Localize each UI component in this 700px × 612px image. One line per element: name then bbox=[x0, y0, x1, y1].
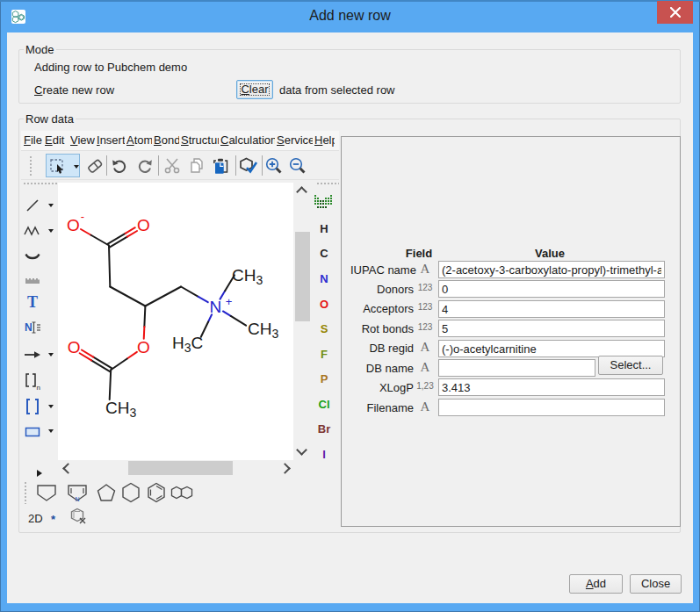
selection-dropdown-caret[interactable] bbox=[74, 165, 79, 169]
field-input-iupac-name[interactable] bbox=[438, 261, 665, 278]
clear-button-focus-rect bbox=[240, 83, 270, 96]
cyclopentadiene-template[interactable] bbox=[94, 480, 119, 505]
field-input-acceptors[interactable] bbox=[438, 300, 665, 318]
bracket-tool[interactable] bbox=[24, 398, 41, 415]
element-p[interactable]: P bbox=[311, 372, 337, 385]
toolbar-drag-handle[interactable] bbox=[29, 155, 32, 176]
rect-selection-button[interactable] bbox=[46, 154, 80, 177]
menu-bond[interactable]: Bond bbox=[154, 131, 179, 150]
text-tool[interactable]: T bbox=[24, 293, 41, 311]
copy-button[interactable] bbox=[185, 154, 208, 177]
horizontal-scrollbar-thumb[interactable] bbox=[128, 461, 233, 475]
atom-carbonyl-o-bottom[interactable]: O bbox=[68, 338, 81, 356]
menu-services[interactable]: Services bbox=[277, 131, 313, 150]
reaction-arrow-dropdown-caret[interactable] bbox=[48, 353, 54, 356]
type-icon-integer: 123 bbox=[415, 283, 435, 292]
clear-button[interactable]: Clear bbox=[236, 80, 273, 99]
value-column-header: Value bbox=[535, 247, 565, 260]
eraser-button[interactable] bbox=[83, 154, 106, 177]
close-button[interactable]: Close bbox=[630, 574, 682, 594]
atom-ester-o[interactable]: O bbox=[137, 338, 150, 356]
field-label-rot-bonds: Rot bonds bbox=[350, 322, 414, 335]
bracket-dropdown-caret[interactable] bbox=[48, 405, 54, 408]
paste-button[interactable] bbox=[210, 154, 233, 177]
rectangle-dropdown-caret[interactable] bbox=[48, 429, 54, 433]
undo-button[interactable] bbox=[108, 154, 131, 177]
vertical-scrollbar-thumb[interactable] bbox=[295, 232, 310, 321]
menu-edit[interactable]: Edit bbox=[45, 131, 69, 150]
create-new-row-label: Create new row bbox=[34, 83, 114, 97]
single-bond-tool[interactable] bbox=[24, 197, 41, 214]
cyclohexane-template[interactable] bbox=[119, 480, 143, 505]
element-br[interactable]: Br bbox=[311, 422, 337, 436]
left-toolbar-drag-handle[interactable] bbox=[23, 182, 58, 185]
pyrrole-template-icon: N bbox=[67, 483, 88, 502]
atom-label-tool[interactable]: N bbox=[24, 319, 41, 336]
zoom-out-button[interactable] bbox=[286, 154, 309, 177]
ruler-tool[interactable] bbox=[24, 272, 41, 290]
atom-ammonium-n[interactable]: N bbox=[210, 298, 222, 316]
cyclopentane-template[interactable] bbox=[34, 480, 59, 505]
menu-calculations[interactable]: Calculations bbox=[220, 131, 275, 150]
pyrrole-template[interactable]: N bbox=[65, 480, 90, 505]
template-toolbar-drag-handle[interactable] bbox=[24, 481, 27, 504]
field-input-donors[interactable] bbox=[438, 280, 665, 298]
paste-icon bbox=[213, 158, 230, 174]
any-atom-label[interactable]: * bbox=[51, 513, 55, 526]
zoom-in-button[interactable] bbox=[263, 154, 285, 177]
atom-methyl-top[interactable]: CH3 bbox=[232, 266, 263, 287]
check-structure-button[interactable] bbox=[237, 154, 260, 177]
type-icon-text: A bbox=[415, 400, 435, 414]
window-title: Add new row bbox=[0, 8, 700, 24]
arc-tool[interactable] bbox=[24, 248, 41, 265]
left-toolbar-expander[interactable] bbox=[31, 464, 48, 482]
cut-button[interactable] bbox=[161, 154, 184, 177]
menu-file[interactable]: File bbox=[24, 131, 43, 150]
menu-atom[interactable]: Atom bbox=[126, 131, 152, 150]
element-h[interactable]: H bbox=[311, 222, 337, 235]
field-column-header: Field bbox=[406, 247, 432, 260]
field-input-xlogp[interactable] bbox=[438, 378, 665, 396]
select-button[interactable]: Select... bbox=[598, 356, 663, 375]
single-bond-dropdown-caret[interactable] bbox=[48, 204, 54, 207]
atom-carbonyl-o-top[interactable]: O bbox=[137, 216, 150, 234]
add-button[interactable]: Add bbox=[569, 574, 623, 594]
element-i[interactable]: I bbox=[311, 448, 337, 461]
element-s[interactable]: S bbox=[311, 322, 337, 335]
field-input-db-regid[interactable] bbox=[438, 340, 665, 357]
atom-carboxylate-o[interactable]: O bbox=[67, 216, 80, 234]
menu-structure[interactable]: Structure bbox=[181, 131, 219, 150]
rectangle-tool[interactable] bbox=[24, 423, 41, 441]
reaction-arrow-tool[interactable] bbox=[24, 346, 41, 364]
fused-rings-template[interactable] bbox=[170, 480, 194, 505]
atom-methyl-left[interactable]: H3C bbox=[172, 334, 203, 355]
chain-dropdown-caret[interactable] bbox=[48, 229, 54, 233]
titlebar[interactable]: Add new row bbox=[0, 0, 700, 32]
palette-drag-handle[interactable] bbox=[316, 182, 339, 185]
atom-methyl-right[interactable]: CH3 bbox=[248, 320, 278, 341]
cyclohexane-template-icon bbox=[121, 482, 141, 503]
dimension-label[interactable]: 2D bbox=[28, 512, 43, 525]
periodic-table-button[interactable] bbox=[314, 195, 334, 211]
element-o[interactable]: O bbox=[311, 298, 337, 311]
repeat-bracket-tool[interactable]: n bbox=[24, 372, 41, 390]
redo-button[interactable] bbox=[134, 154, 156, 177]
mode-group-label: Mode bbox=[24, 43, 56, 56]
atom-methyl-bottom[interactable]: CH3 bbox=[105, 399, 136, 420]
field-input-rot-bonds[interactable] bbox=[438, 320, 665, 337]
element-f[interactable]: F bbox=[311, 348, 337, 361]
menu-help[interactable]: Help bbox=[314, 131, 335, 150]
element-cl[interactable]: Cl bbox=[311, 398, 337, 411]
ring-tool-button[interactable] bbox=[69, 508, 89, 527]
element-c[interactable]: C bbox=[311, 247, 337, 260]
molecule-drawing: O - O N + CH3 CH3 H3C O O CH3 bbox=[58, 183, 293, 460]
chain-tool[interactable] bbox=[24, 222, 41, 240]
menu-insert[interactable]: Insert bbox=[97, 131, 125, 150]
menu-view[interactable]: View bbox=[70, 131, 95, 150]
field-input-filename[interactable] bbox=[438, 399, 665, 416]
structure-canvas[interactable]: O - O N + CH3 CH3 H3C O O CH3 bbox=[58, 183, 293, 460]
element-n[interactable]: N bbox=[311, 272, 337, 285]
field-input-db-name[interactable] bbox=[438, 359, 595, 377]
close-window-button[interactable] bbox=[657, 1, 693, 24]
benzene-template[interactable] bbox=[144, 480, 169, 505]
